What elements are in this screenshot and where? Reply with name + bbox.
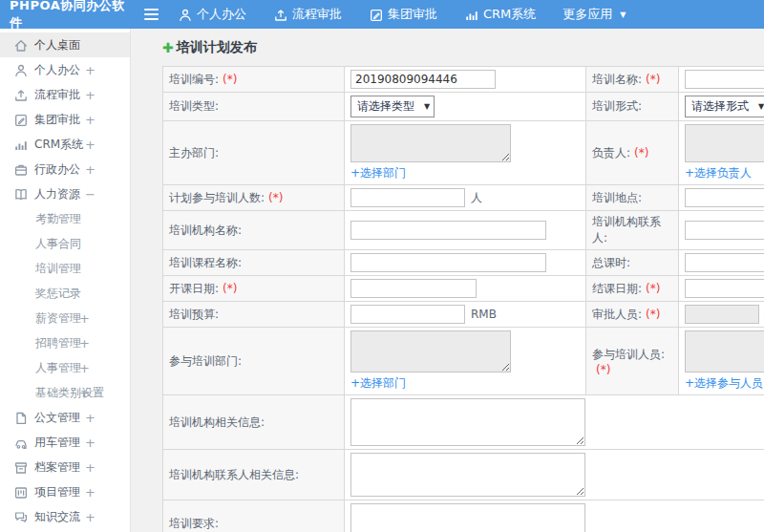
approver-input[interactable] (685, 305, 759, 324)
org-info-textarea[interactable] (350, 398, 585, 446)
expand-plus-icon[interactable]: + (85, 461, 96, 474)
sidebar-item-official-doc-mgmt[interactable]: 公文管理 + (0, 405, 130, 430)
caret-down-icon: ▼ (620, 11, 626, 19)
sidebar-item-attendance-mgmt[interactable]: 考勤管理 (0, 206, 130, 231)
end-date-label: 结课日期:(*) (586, 276, 679, 302)
training-name-label: 培训名称:(*) (586, 67, 679, 93)
required-mark: (*) (646, 308, 660, 321)
sidebar-item-label: 用车管理 (34, 435, 80, 451)
expand-plus-icon[interactable]: + (85, 138, 96, 151)
select-leader-link[interactable]: +选择负责人 (685, 165, 764, 181)
leader-textarea[interactable] (685, 124, 764, 162)
nav-label: 流程审批 (292, 6, 342, 23)
sidebar-item-reward-record[interactable]: 奖惩记录 (0, 281, 130, 306)
budget-input[interactable] (350, 305, 465, 324)
sidebar-item-personal-office[interactable]: 个人办公 + (0, 57, 130, 82)
briefcase-icon (13, 162, 27, 176)
planned-count-label: 计划参与培训人数:(*) (163, 185, 345, 211)
sidebar-item-human-resources[interactable]: 人力资源 − (0, 181, 130, 206)
add-plus-icon: ✚ (162, 40, 174, 55)
participants-textarea[interactable] (685, 330, 764, 372)
expand-plus-icon[interactable]: + (85, 64, 96, 76)
menu-toggle-icon[interactable] (144, 9, 159, 20)
host-dept-textarea[interactable] (350, 124, 511, 162)
sidebar-item-label: 知识交流 (34, 509, 80, 525)
select-dept-link[interactable]: +选择部门 (350, 165, 580, 181)
sidebar-item-hr-contract[interactable]: 人事合同 (0, 231, 130, 256)
total-hours-input[interactable] (685, 253, 764, 272)
required-mark: (*) (268, 191, 283, 204)
end-date-input[interactable] (685, 279, 764, 298)
training-form-select[interactable]: 请选择形式 ▼ (685, 96, 764, 117)
training-plan-form: 培训编号:(*) 培训名称:(*) 培训类型: 请选择类型 ▼ 培训形式: 请选… (162, 66, 764, 532)
nav-crm-system[interactable]: CRM系统 (464, 6, 536, 23)
planned-count-input[interactable] (350, 188, 465, 207)
sidebar-item-label: 招聘管理 (35, 335, 81, 351)
nav-workflow-approval[interactable]: 流程审批 (273, 6, 342, 23)
expand-plus-icon[interactable]: + (85, 114, 96, 126)
org-name-label: 培训机构名称: (163, 211, 345, 250)
sidebar-item-label: 个人桌面 (34, 37, 80, 53)
requirements-textarea[interactable] (350, 503, 585, 532)
sidebar-item-recruit-mgmt[interactable]: 招聘管理 + (0, 330, 130, 355)
nav-label: 更多应用 (562, 6, 612, 23)
training-no-input[interactable] (350, 70, 496, 89)
training-type-select[interactable]: 请选择类型 ▼ (350, 96, 435, 117)
org-name-input[interactable] (350, 221, 546, 240)
sidebar-item-archive-mgmt[interactable]: 档案管理 + (0, 455, 130, 479)
expand-plus-icon[interactable]: + (79, 362, 90, 374)
sidebar-item-personnel-mgmt[interactable]: 人事管理 + (0, 355, 130, 380)
training-form-label: 培训形式: (586, 93, 679, 121)
sidebar-item-label: 人事管理 (35, 360, 81, 376)
expand-plus-icon[interactable]: + (85, 163, 96, 176)
course-name-input[interactable] (350, 253, 546, 272)
expand-plus-icon[interactable]: + (79, 387, 90, 399)
flow-icon (13, 88, 27, 101)
expand-plus-icon[interactable]: + (85, 511, 96, 523)
sidebar-item-crm[interactable]: CRM系统 + (0, 132, 130, 157)
edit-icon (369, 8, 382, 21)
training-name-input[interactable] (685, 70, 764, 89)
expand-plus-icon[interactable]: + (85, 486, 96, 499)
select-dept-link[interactable]: +选择部门 (350, 375, 580, 392)
edit-icon (13, 113, 27, 126)
table-row: 培训预算: RMB 审批人员:(*) +选择审批人员 (163, 302, 764, 328)
sidebar-item-vehicle-mgmt[interactable]: 用车管理 + (0, 430, 130, 455)
sidebar-item-training-mgmt[interactable]: 培训管理 (0, 256, 130, 281)
sidebar-item-label: 人力资源 (34, 186, 80, 202)
sidebar-item-label: 奖惩记录 (35, 286, 81, 302)
sidebar-item-salary-mgmt[interactable]: 薪资管理 + (0, 306, 130, 330)
collapse-minus-icon[interactable]: − (85, 188, 96, 201)
expand-plus-icon[interactable]: + (85, 436, 96, 449)
sidebar-item-workflow-approval[interactable]: 流程审批 + (0, 82, 130, 107)
org-contact-input[interactable] (685, 221, 764, 240)
sidebar-item-admin-office[interactable]: 行政办公 + (0, 157, 130, 181)
sidebar-item-project-mgmt[interactable]: 项目管理 + (0, 479, 130, 504)
select-value: 请选择形式 (691, 98, 749, 115)
nav-more-apps[interactable]: 更多应用 ▼ (562, 6, 626, 23)
required-mark: (*) (223, 73, 237, 86)
sidebar-item-group-approval[interactable]: 集团审批 + (0, 107, 130, 132)
select-participants-link[interactable]: +选择参与人员 (685, 375, 764, 392)
expand-plus-icon[interactable]: + (85, 412, 96, 424)
leader-label: 负责人:(*) (586, 121, 679, 185)
home-icon (13, 38, 27, 52)
page-title: ✚ 培训计划发布 (162, 39, 764, 56)
start-date-input[interactable] (350, 279, 477, 298)
table-row: 培训机构名称: 培训机构联系人: (163, 211, 764, 250)
location-input[interactable] (685, 188, 764, 207)
expand-plus-icon[interactable]: + (85, 89, 96, 101)
sidebar-item-personal-desktop[interactable]: 个人桌面 (0, 32, 130, 57)
table-row: 培训编号:(*) 培训名称:(*) (163, 67, 764, 93)
nav-group-approval[interactable]: 集团审批 (369, 6, 437, 23)
org-contact-info-textarea[interactable] (350, 453, 585, 497)
participants-label: 参与培训人员:(*) (586, 328, 679, 395)
expand-plus-icon[interactable]: + (79, 312, 90, 325)
header-nav: 个人办公 流程审批 集团审批 CRM系统 更多应用 ▼ (178, 6, 652, 23)
participating-dept-textarea[interactable] (350, 330, 511, 372)
nav-personal-office[interactable]: 个人办公 (178, 6, 246, 23)
expand-plus-icon[interactable]: + (79, 337, 90, 350)
sidebar-item-knowledge-exchange[interactable]: 知识交流 + (0, 504, 130, 529)
table-row: 培训机构相关信息: (163, 395, 764, 450)
sidebar-item-base-category[interactable]: 基础类别设置 + (0, 380, 130, 405)
